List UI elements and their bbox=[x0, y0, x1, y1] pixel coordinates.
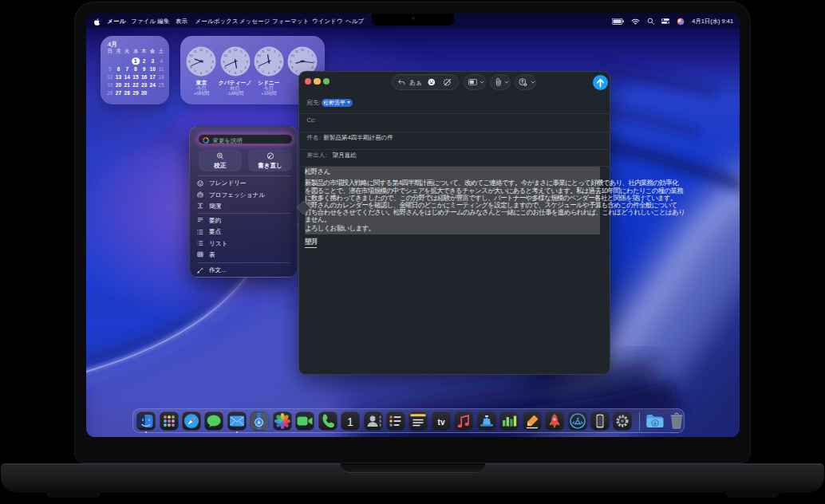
svg-text:11: 11 bbox=[227, 49, 231, 53]
svg-text:9: 9 bbox=[290, 59, 291, 63]
svg-text:5: 5 bbox=[274, 69, 275, 73]
svg-text:1: 1 bbox=[274, 49, 275, 53]
svg-text:9: 9 bbox=[189, 59, 191, 63]
svg-text:8: 8 bbox=[291, 65, 293, 69]
svg-text:3: 3 bbox=[212, 59, 214, 63]
svg-text:11: 11 bbox=[295, 49, 298, 53]
svg-text:1: 1 bbox=[347, 415, 353, 428]
svg-text:1: 1 bbox=[207, 49, 208, 53]
svg-text:9: 9 bbox=[256, 59, 258, 63]
svg-text:12: 12 bbox=[301, 48, 304, 52]
svg-text:9: 9 bbox=[223, 59, 224, 63]
svg-text:tv: tv bbox=[437, 418, 444, 427]
svg-text:3: 3 bbox=[279, 59, 281, 63]
svg-text:7: 7 bbox=[195, 69, 196, 73]
svg-text:12: 12 bbox=[199, 48, 203, 52]
svg-text:5: 5 bbox=[207, 69, 208, 73]
svg-text:2: 2 bbox=[278, 53, 279, 57]
svg-text:1: 1 bbox=[240, 49, 242, 53]
svg-text:6: 6 bbox=[268, 71, 270, 75]
svg-text:11: 11 bbox=[194, 49, 197, 53]
svg-text:6: 6 bbox=[235, 71, 236, 75]
svg-text:2: 2 bbox=[211, 53, 212, 57]
svg-text:6: 6 bbox=[200, 71, 202, 75]
svg-text:1: 1 bbox=[307, 49, 309, 53]
svg-text:2: 2 bbox=[312, 53, 314, 57]
svg-text:12: 12 bbox=[233, 48, 236, 52]
svg-text:5: 5 bbox=[240, 69, 242, 73]
svg-text:12: 12 bbox=[267, 48, 270, 52]
svg-text:7: 7 bbox=[296, 69, 298, 73]
svg-text:7: 7 bbox=[262, 69, 263, 73]
svg-text:3: 3 bbox=[246, 59, 247, 63]
svg-text:7: 7 bbox=[228, 69, 230, 73]
svg-text:2: 2 bbox=[244, 53, 246, 57]
svg-text:11: 11 bbox=[261, 49, 264, 53]
